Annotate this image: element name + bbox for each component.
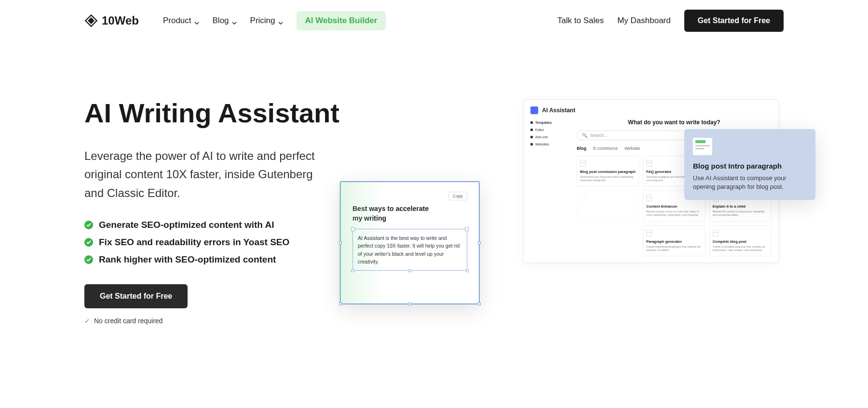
template-card: Paragraph generatorCreate interesting pa… [643, 225, 705, 256]
feature-list: Generate SEO-optimized content with AI F… [84, 220, 354, 265]
logo[interactable]: 10Web [84, 14, 139, 27]
my-dashboard-link[interactable]: My Dashboard [617, 16, 671, 26]
document-icon [646, 195, 652, 201]
assistant-prompt: What do you want to write today? [577, 119, 772, 126]
sidebar-item-editor: Editor [530, 126, 569, 133]
nav-blog[interactable]: Blog [213, 16, 237, 26]
check-icon [84, 221, 93, 229]
ai-assistant-title: AI Assistant [542, 107, 575, 114]
resize-handle [466, 269, 469, 272]
talk-to-sales-link[interactable]: Talk to Sales [557, 16, 604, 26]
nav-pricing[interactable]: Pricing [250, 16, 283, 26]
logo-icon [84, 14, 98, 27]
chevron-down-icon [232, 18, 237, 23]
tab-website: Website [624, 146, 640, 151]
resize-handle [408, 303, 411, 305]
resize-handle [478, 241, 481, 244]
chevron-down-icon [278, 18, 283, 23]
nav-product[interactable]: Product [163, 16, 199, 26]
check-icon [84, 255, 93, 264]
ai-website-builder-button[interactable]: AI Website Builder [297, 11, 386, 30]
template-card [577, 190, 639, 221]
popup-title: Blog post Intro paragraph [693, 162, 807, 170]
template-card: Complete blog postCreate a complete blog… [709, 225, 772, 256]
sidebar-item-addons: Add-ons [530, 133, 569, 141]
document-icon [713, 230, 719, 237]
document-icon [580, 160, 586, 167]
feature-item: Fix SEO and readability errors in Yoast … [84, 237, 354, 248]
check-icon [84, 238, 93, 247]
editor-panel: Copy Best ways to accelerate my writing … [340, 181, 480, 304]
assistant-sidebar: Templates Editor Add-ons Websites [530, 119, 569, 256]
resize-handle [408, 269, 411, 272]
mockup-illustration: AI Assistant Templates Editor Add-ons We… [383, 99, 784, 330]
primary-nav: Product Blog Pricing AI Website Builder [163, 11, 386, 30]
ai-assistant-icon [530, 106, 538, 114]
template-card: Blog post conclusion paragraphSummarize … [577, 156, 639, 186]
document-icon [646, 160, 652, 167]
feature-item: Generate SEO-optimized content with AI [84, 220, 354, 230]
search-icon: 🔍 [582, 133, 587, 138]
document-icon [646, 230, 652, 237]
check-icon: ✓ [84, 317, 90, 325]
resize-handle [339, 241, 342, 244]
hero-section: AI Writing Assistant Leverage the power … [0, 41, 868, 350]
get-started-hero-button[interactable]: Get Started for Free [84, 284, 188, 308]
popup-description: Use AI Assistant to compose your opening… [693, 174, 807, 191]
feature-item: Rank higher with SEO-optimized content [84, 254, 354, 265]
resize-handle [478, 303, 481, 305]
chevron-down-icon [194, 18, 199, 23]
editor-textbox: AI Assistant is the best way to write an… [353, 229, 467, 271]
hero-content: AI Writing Assistant Leverage the power … [84, 99, 354, 330]
resize-handle [339, 303, 342, 305]
intro-paragraph-popup: Blog post Intro paragraph Use AI Assista… [684, 129, 815, 200]
site-header: 10Web Product Blog Pricing AI Website Bu… [0, 0, 868, 41]
resize-handle [351, 269, 354, 272]
tab-ecommerce: E-commerce [593, 146, 618, 151]
tab-blog: Blog [577, 146, 586, 151]
sidebar-item-templates: Templates [530, 119, 569, 126]
hero-subtitle: Leverage the power of AI to write and pe… [84, 147, 335, 202]
page-title: AI Writing Assistant [84, 99, 354, 128]
secondary-nav: Talk to Sales My Dashboard Get Started f… [557, 10, 784, 32]
logo-text: 10Web [102, 14, 139, 27]
no-credit-card-note: ✓ No credit card required [84, 317, 354, 325]
sidebar-item-websites: Websites [530, 141, 569, 148]
get-started-header-button[interactable]: Get Started for Free [684, 10, 784, 32]
editor-doc-title: Best ways to accelerate my writing [353, 204, 430, 223]
document-icon [580, 195, 586, 201]
copy-button: Copy [448, 192, 467, 200]
document-icon [693, 138, 712, 155]
